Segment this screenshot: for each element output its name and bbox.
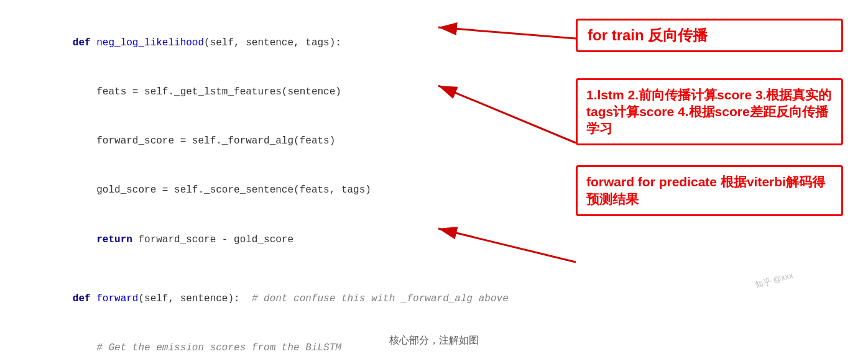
- comment-2: # Get the emission scores from the BiLST…: [73, 342, 341, 353]
- blank-line-1: [25, 264, 448, 274]
- code-return-expr: forward_score - gold_score: [132, 234, 293, 245]
- code-line-8: # Get the emission scores from the BiLST…: [25, 324, 448, 359]
- code-line-3: forward_score = self._forward_alg(feats): [25, 117, 448, 166]
- code-feats: feats = self._get_lstm_features(sentence…: [73, 86, 341, 98]
- main-container: def neg_log_likelihood(self, sentence, t…: [0, 6, 868, 353]
- func-args-forward: (self, sentence):: [138, 293, 251, 304]
- svg-line-3: [438, 229, 576, 262]
- watermark: 知乎 @xxx: [754, 270, 794, 291]
- code-line-5: return forward_score - gold_score: [25, 215, 448, 264]
- svg-line-2: [438, 86, 576, 143]
- annotation-1: for train 反向传播: [576, 19, 843, 52]
- code-block: def neg_log_likelihood(self, sentence, t…: [25, 19, 448, 360]
- keyword-return-1: return: [73, 234, 132, 245]
- comment-1: # dont confuse this with _forward_alg ab…: [252, 293, 509, 304]
- func-name-neg: neg_log_likelihood: [96, 37, 204, 48]
- code-line-1: def neg_log_likelihood(self, sentence, t…: [25, 19, 448, 68]
- code-line-4: gold_score = self._score_sentence(feats,…: [25, 166, 448, 215]
- code-line-7: def forward(self, sentence): # dont conf…: [25, 274, 448, 323]
- func-args-neg: (self, sentence, tags):: [204, 37, 341, 48]
- svg-line-1: [438, 27, 576, 39]
- code-gold-score: gold_score = self._score_sentence(feats,…: [73, 184, 371, 196]
- code-line-2: feats = self._get_lstm_features(sentence…: [25, 68, 448, 117]
- layout-wrapper: def neg_log_likelihood(self, sentence, t…: [25, 19, 843, 323]
- annotation-2: 1.lstm 2.前向传播计算score 3.根据真实的tags计算score …: [576, 78, 843, 145]
- keyword-def: def: [73, 37, 96, 48]
- annotation-block: for train 反向传播 1.lstm 2.前向传播计算score 3.根据…: [576, 19, 843, 217]
- func-name-forward: forward: [96, 293, 138, 304]
- annotation-3: forward for predicate 根据viterbi解码得预测结果: [576, 165, 843, 217]
- keyword-def-2: def: [73, 293, 96, 304]
- code-forward-score: forward_score = self._forward_alg(feats): [73, 135, 335, 147]
